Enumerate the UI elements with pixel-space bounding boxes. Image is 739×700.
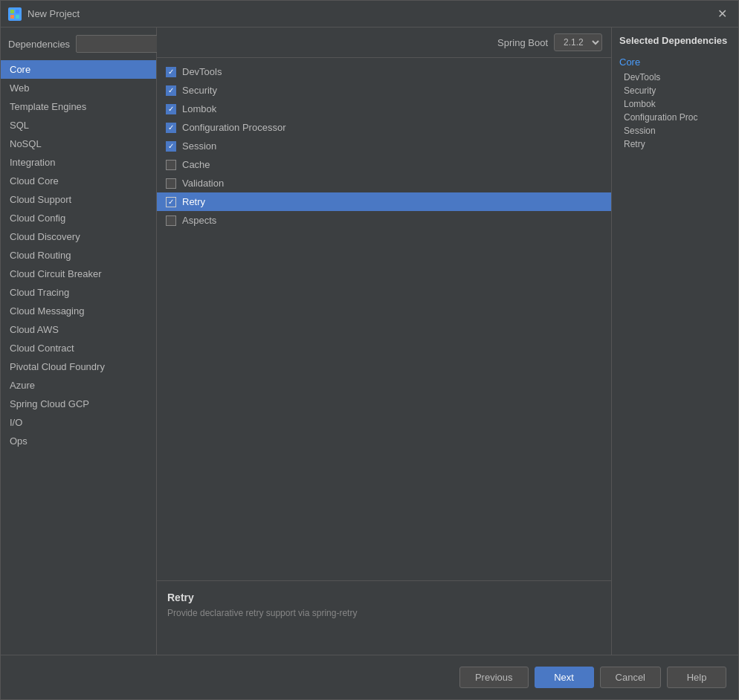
previous-button[interactable]: Previous — [459, 667, 529, 688]
sidebar-item-cloud-tracing[interactable]: Cloud Tracing — [1, 283, 156, 302]
dep-label-security: Security — [182, 85, 217, 96]
sidebar-item-cloud-support[interactable]: Cloud Support — [1, 190, 156, 209]
dep-item-aspects[interactable]: Aspects — [157, 211, 611, 230]
sidebar-item-web[interactable]: Web — [1, 79, 156, 97]
sidebar-item-azure[interactable]: Azure — [1, 376, 156, 395]
dep-checkbox-lombok[interactable]: ✓ — [166, 104, 176, 114]
sidebar-item-cloud-aws[interactable]: Cloud AWS — [1, 320, 156, 339]
dep-label-aspects: Aspects — [182, 215, 216, 226]
spring-boot-version-select[interactable]: 2.1.22.0.82.2.0 — [554, 33, 602, 51]
sidebar-item-cloud-contract[interactable]: Cloud Contract — [1, 339, 156, 357]
dep-label-validation: Validation — [182, 178, 224, 189]
dep-item-configuration-processor[interactable]: ✓Configuration Processor — [157, 118, 611, 137]
svg-rect-1 — [16, 10, 19, 13]
dep-item-retry[interactable]: ✓Retry — [157, 192, 611, 211]
spring-boot-bar: Spring Boot 2.1.22.0.82.2.0 — [157, 27, 611, 58]
cancel-button[interactable]: Cancel — [600, 667, 661, 688]
deps-list: ✓DevTools✓Security✓Lombok✓Configuration … — [157, 58, 611, 580]
selected-deps-groups: CoreDevToolsSecurityLombokConfiguration … — [619, 54, 731, 151]
sidebar-item-integration[interactable]: Integration — [1, 153, 156, 172]
sidebar-item-cloud-config[interactable]: Cloud Config — [1, 209, 156, 227]
dep-label-cache: Cache — [182, 159, 210, 170]
dep-desc-text: Provide declarative retry support via sp… — [167, 608, 601, 618]
sidebar-item-cloud-routing[interactable]: Cloud Routing — [1, 246, 156, 265]
selected-dep-item: Configuration Proc — [619, 111, 731, 124]
dependencies-label: Dependencies — [8, 39, 70, 50]
selected-dep-item: Session — [619, 124, 731, 137]
dep-label-retry: Retry — [182, 196, 205, 207]
dep-checkbox-configuration-processor[interactable]: ✓ — [166, 123, 176, 133]
dep-label-configuration-processor: Configuration Processor — [182, 122, 285, 133]
close-button[interactable]: ✕ — [713, 5, 731, 23]
right-panel: Selected Dependencies CoreDevToolsSecuri… — [612, 27, 738, 655]
dep-item-devtools[interactable]: ✓DevTools — [157, 62, 611, 81]
sidebar-item-pivotal-cloud-foundry[interactable]: Pivotal Cloud Foundry — [1, 357, 156, 376]
left-panel: Dependencies CoreWebTemplate EnginesSQLN… — [1, 27, 157, 655]
dep-description: Retry Provide declarative retry support … — [157, 580, 611, 655]
dep-item-lombok[interactable]: ✓Lombok — [157, 100, 611, 118]
app-icon — [8, 7, 22, 21]
dependencies-header: Dependencies — [1, 27, 156, 57]
dep-checkbox-validation[interactable] — [166, 178, 176, 189]
dep-checkbox-security[interactable]: ✓ — [166, 85, 176, 96]
sidebar-item-spring-cloud-gcp[interactable]: Spring Cloud GCP — [1, 395, 156, 413]
sidebar-item-cloud-discovery[interactable]: Cloud Discovery — [1, 227, 156, 246]
sidebar-item-nosql[interactable]: NoSQL — [1, 135, 156, 153]
middle-panel: Spring Boot 2.1.22.0.82.2.0 ✓DevTools✓Se… — [157, 27, 612, 655]
sidebar-item-template-engines[interactable]: Template Engines — [1, 97, 156, 116]
main-content: Dependencies CoreWebTemplate EnginesSQLN… — [1, 27, 738, 655]
title-bar-text: New Project — [28, 8, 713, 19]
bottom-bar: Previous Next Cancel Help — [1, 655, 738, 699]
dep-item-security[interactable]: ✓Security — [157, 81, 611, 100]
dep-item-validation[interactable]: Validation — [157, 174, 611, 192]
svg-rect-3 — [16, 15, 19, 19]
dep-checkbox-retry[interactable]: ✓ — [166, 197, 176, 207]
dep-label-devtools: DevTools — [182, 66, 222, 77]
dep-checkbox-devtools[interactable]: ✓ — [166, 67, 176, 77]
title-bar: New Project ✕ — [1, 1, 738, 27]
dep-item-session[interactable]: ✓Session — [157, 137, 611, 155]
sidebar-item-ops[interactable]: Ops — [1, 432, 156, 450]
sidebar-item-cloud-circuit-breaker[interactable]: Cloud Circuit Breaker — [1, 265, 156, 283]
sidebar-item-cloud-core[interactable]: Cloud Core — [1, 172, 156, 190]
nav-list: CoreWebTemplate EnginesSQLNoSQLIntegrati… — [1, 57, 156, 655]
dep-desc-title: Retry — [167, 592, 601, 603]
help-button[interactable]: Help — [667, 667, 726, 688]
selected-group-title: Core — [619, 56, 731, 68]
dep-checkbox-aspects[interactable] — [166, 215, 176, 226]
next-button[interactable]: Next — [535, 667, 594, 688]
selected-dep-item: Lombok — [619, 97, 731, 111]
svg-rect-0 — [10, 10, 14, 13]
dep-item-cache[interactable]: Cache — [157, 155, 611, 174]
dep-label-lombok: Lombok — [182, 103, 216, 114]
svg-rect-2 — [10, 15, 14, 19]
selected-dep-item: Retry — [619, 137, 731, 151]
dep-checkbox-session[interactable]: ✓ — [166, 141, 176, 152]
sidebar-item-sql[interactable]: SQL — [1, 116, 156, 135]
selected-dep-item: Security — [619, 84, 731, 97]
sidebar-item-io[interactable]: I/O — [1, 413, 156, 432]
spring-boot-label: Spring Boot — [497, 37, 548, 48]
new-project-window: New Project ✕ Dependencies CoreWebTempla… — [0, 0, 739, 700]
selected-dep-item: DevTools — [619, 71, 731, 84]
selected-deps-title: Selected Dependencies — [619, 35, 731, 46]
dep-checkbox-cache[interactable] — [166, 160, 176, 170]
sidebar-item-cloud-messaging[interactable]: Cloud Messaging — [1, 302, 156, 320]
sidebar-item-core[interactable]: Core — [1, 60, 156, 79]
dep-label-session: Session — [182, 140, 216, 152]
